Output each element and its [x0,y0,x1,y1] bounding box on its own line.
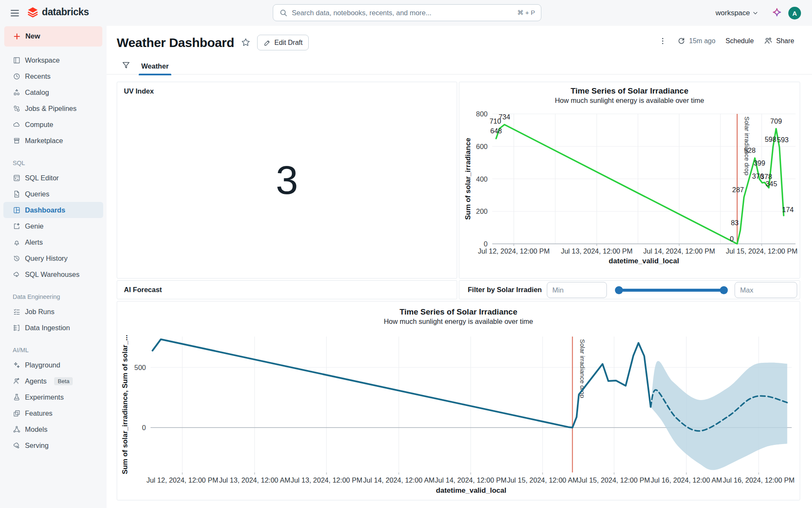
svg-text:0: 0 [484,240,488,248]
sidebar-item-recents[interactable]: Recents [3,68,103,84]
search-shortcut: ⌘ + P [517,9,535,17]
serving-icon [13,442,21,450]
slider-handle-min[interactable] [615,286,623,294]
chevron-down-icon [752,10,759,17]
filter-funnel-button[interactable] [121,61,131,70]
share-people-icon [764,36,773,45]
share-button[interactable]: Share [764,36,794,45]
sidebar-item-label: Genie [25,222,44,230]
svg-text:528: 528 [744,146,756,154]
databricks-logo[interactable]: databricks [27,6,89,18]
svg-text:Solar irradiance drop: Solar irradiance drop [743,116,751,175]
svg-text:Jul 15, 2024, 12:00 PM: Jul 15, 2024, 12:00 PM [726,247,798,255]
solar-chart-top-card: Time Series of Solar Irradiance How much… [459,82,800,279]
filter-min-input[interactable] [547,282,607,298]
sidebar-item-sql-warehouses[interactable]: SQL Warehouses [3,266,103,282]
sidebar-item-workspace[interactable]: Workspace [3,52,103,68]
storefront-icon [13,137,21,145]
svg-text:399: 399 [754,159,765,167]
sidebar-item-jobs-pipelines[interactable]: Jobs & Pipelines [3,100,103,116]
sidebar-item-label: Workspace [25,56,60,64]
uv-index-card: UV Index 3 [117,82,457,279]
ai-forecast-title: AI Forecast [124,281,162,299]
topbar: databricks ⌘ + P workspace A [0,0,812,26]
slider-handle-max[interactable] [720,286,728,294]
new-button-label: New [25,32,40,41]
sidebar-item-data-ingestion[interactable]: Data Ingestion [3,320,103,336]
sidebar-item-queries[interactable]: Queries [3,186,103,202]
svg-text:400: 400 [476,175,488,183]
sidebar-item-label: Query History [25,254,68,262]
sidebar-item-marketplace[interactable]: Marketplace [3,133,103,149]
svg-text:200: 200 [476,207,488,215]
refresh-button[interactable]: 15m ago [677,37,715,45]
new-button[interactable]: New [4,26,102,47]
favorite-star-button[interactable] [240,37,251,48]
sql-editor-icon [13,174,21,182]
sidebar-item-label: SQL Editor [25,174,59,182]
catalog-icon [13,88,21,97]
sidebar-section-sql: SQL [3,158,103,168]
sidebar-item-label: Experiments [25,393,64,401]
svg-text:Jul 13, 2024, 12:00 AM: Jul 13, 2024, 12:00 AM [219,476,291,484]
sidebar: New Workspace Recents Catalog Jobs & Pip… [0,26,107,508]
cloud-icon [13,121,21,129]
sidebar-item-query-history[interactable]: Query History [3,250,103,266]
sidebar-item-label: Queries [25,190,49,198]
slider-track[interactable] [617,289,726,292]
sidebar-nav: Workspace Recents Catalog Jobs & Pipelin… [0,52,107,453]
sidebar-item-genie[interactable]: Genie [3,218,103,234]
sidebar-item-playground[interactable]: Playground [3,357,103,373]
schedule-button[interactable]: Schedule [726,37,754,45]
sidebar-item-label: Features [25,409,52,417]
solar-chart-bottom-svg: 0500Jul 12, 2024, 12:00 PMJul 13, 2024, … [117,301,801,501]
sidebar-item-sql-editor[interactable]: SQL Editor [3,170,103,186]
sidebar-item-label: Alerts [25,238,43,246]
svg-text:0: 0 [142,424,146,431]
sidebar-item-agents[interactable]: Agents Beta [3,373,103,389]
models-icon [13,425,21,433]
sidebar-item-job-runs[interactable]: Job Runs [3,304,103,320]
svg-text:Jul 15, 2024, 12:00 PM: Jul 15, 2024, 12:00 PM [578,476,650,484]
hamburger-menu-button[interactable] [9,8,20,19]
irradiance-range-slider[interactable] [616,281,727,300]
sidebar-item-label: Jobs & Pipelines [25,105,77,113]
svg-text:378: 378 [760,173,772,180]
filter-max-input[interactable] [735,282,797,298]
avatar[interactable]: A [788,7,801,19]
edit-draft-label: Edit Draft [274,39,303,47]
workspace-label: workspace [716,9,750,17]
plus-icon [13,32,21,41]
search-input[interactable] [292,9,513,17]
sidebar-item-serving[interactable]: Serving [3,437,103,453]
sidebar-item-compute[interactable]: Compute [3,116,103,133]
assistant-sparkle-icon[interactable] [771,7,782,18]
workspace-switcher[interactable]: workspace [716,0,759,26]
sidebar-item-label: SQL Warehouses [25,271,80,279]
sidebar-item-label: Marketplace [25,137,63,145]
edit-draft-button[interactable]: Edit Draft [257,35,309,50]
sidebar-item-label: Job Runs [25,308,55,316]
svg-text:734: 734 [499,113,510,121]
global-search[interactable]: ⌘ + P [273,4,541,21]
filter-label: Filter by Solar Irradien [468,281,542,299]
kebab-menu-button[interactable] [658,37,667,45]
flask-icon [13,393,21,401]
svg-text:Jul 13, 2024, 12:00 PM: Jul 13, 2024, 12:00 PM [561,247,633,255]
svg-text:598: 598 [765,135,776,143]
sidebar-item-label: Compute [25,121,53,129]
sidebar-item-alerts[interactable]: Alerts [3,234,103,250]
search-icon [279,8,288,17]
svg-text:648: 648 [490,127,502,135]
sidebar-item-catalog[interactable]: Catalog [3,84,103,100]
sidebar-item-models[interactable]: Models [3,421,103,437]
sidebar-item-experiments[interactable]: Experiments [3,389,103,405]
sparkles-icon [13,361,21,369]
svg-text:Jul 13, 2024, 12:00 PM: Jul 13, 2024, 12:00 PM [291,476,362,484]
sidebar-item-label: Data Ingestion [25,324,70,332]
sidebar-item-dashboards[interactable]: Dashboards [3,202,103,218]
sidebar-item-features[interactable]: Features [3,405,103,421]
tab-weather[interactable]: Weather [140,58,170,75]
uv-index-value: 3 [117,82,457,278]
svg-text:Sum of solar_irradiance: Sum of solar_irradiance [464,138,472,220]
